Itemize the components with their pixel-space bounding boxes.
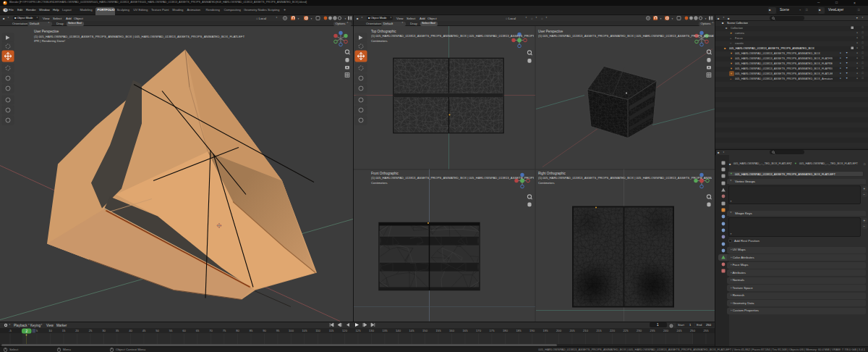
svg-text:230: 230 xyxy=(637,329,642,332)
svg-text:115: 115 xyxy=(329,329,334,332)
svg-text:200: 200 xyxy=(556,329,562,332)
svg-text:55: 55 xyxy=(169,329,173,332)
svg-text:195: 195 xyxy=(543,329,549,332)
svg-text:140: 140 xyxy=(396,329,401,332)
svg-text:50: 50 xyxy=(156,329,159,332)
svg-text:225: 225 xyxy=(624,329,629,332)
svg-text:20: 20 xyxy=(75,329,79,332)
svg-text:235: 235 xyxy=(650,329,656,332)
svg-text:25: 25 xyxy=(89,329,93,332)
svg-text:190: 190 xyxy=(529,329,535,332)
svg-text:70: 70 xyxy=(209,329,213,332)
svg-text:35: 35 xyxy=(116,329,119,332)
svg-text:▼: ▼ xyxy=(660,17,662,20)
svg-text:180: 180 xyxy=(503,329,509,332)
svg-text:155: 155 xyxy=(436,329,442,332)
svg-text:▼: ▼ xyxy=(310,17,312,20)
svg-text:160: 160 xyxy=(449,329,455,332)
svg-text:245: 245 xyxy=(677,329,683,332)
svg-text:45: 45 xyxy=(142,329,146,332)
svg-text:205: 205 xyxy=(570,329,576,332)
svg-text:215: 215 xyxy=(597,329,603,332)
svg-text:▼: ▼ xyxy=(705,17,707,20)
svg-text:▼: ▼ xyxy=(297,17,299,20)
svg-text:105: 105 xyxy=(302,329,308,332)
svg-text:30: 30 xyxy=(102,329,106,332)
svg-text:2: 2 xyxy=(25,329,27,332)
svg-text:185: 185 xyxy=(516,329,522,332)
svg-text:85: 85 xyxy=(250,329,253,332)
svg-text:40: 40 xyxy=(129,329,132,332)
svg-text:95: 95 xyxy=(276,329,280,332)
svg-text:90: 90 xyxy=(263,329,266,332)
svg-text:240: 240 xyxy=(663,329,669,332)
svg-text:5: 5 xyxy=(36,329,38,332)
svg-text:210: 210 xyxy=(583,329,589,332)
svg-text:150: 150 xyxy=(422,329,428,332)
svg-text:250: 250 xyxy=(690,329,696,332)
svg-text:165: 165 xyxy=(463,329,469,332)
svg-text:125: 125 xyxy=(356,329,362,332)
svg-text:▼: ▼ xyxy=(344,17,346,20)
svg-text:75: 75 xyxy=(223,329,226,332)
svg-text:170: 170 xyxy=(476,329,482,332)
svg-text:135: 135 xyxy=(383,329,388,332)
svg-text:15: 15 xyxy=(62,329,66,332)
svg-text:100: 100 xyxy=(289,329,294,332)
svg-text:255: 255 xyxy=(704,329,710,332)
svg-text:220: 220 xyxy=(610,329,616,332)
svg-text:120: 120 xyxy=(342,329,348,332)
svg-text:110: 110 xyxy=(315,329,320,332)
svg-text:60: 60 xyxy=(182,329,186,332)
svg-text:10: 10 xyxy=(48,329,52,332)
svg-text:130: 130 xyxy=(369,329,375,332)
svg-text:▼: ▼ xyxy=(671,17,673,20)
svg-text:145: 145 xyxy=(409,329,415,332)
svg-text:-5: -5 xyxy=(9,329,12,332)
svg-text:175: 175 xyxy=(490,329,495,332)
svg-text:80: 80 xyxy=(236,329,239,332)
svg-text:65: 65 xyxy=(196,329,200,332)
